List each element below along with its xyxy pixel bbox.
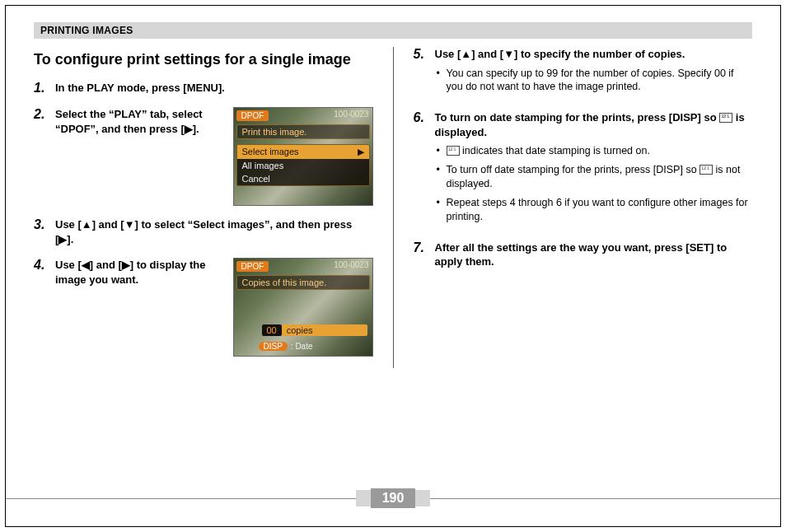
footer-spacer	[356, 490, 371, 506]
left-column: To configure print settings for a single…	[34, 47, 373, 368]
lcd-title: Copies of this image.	[236, 275, 370, 290]
datestamp-icon	[699, 165, 713, 175]
page-footer: 190	[6, 488, 780, 508]
bullet: You can specify up to 99 for the number …	[435, 67, 753, 95]
step-text: Use [▲] and [▼] to specify the number of…	[435, 47, 753, 62]
column-divider	[393, 47, 394, 368]
lcd-menu: Select images ▶ All images Cancel	[236, 144, 370, 186]
right-column: 5. Use [▲] and [▼] to specify the number…	[414, 47, 753, 368]
lcd-image-counter: 100-0023	[334, 110, 368, 119]
disp-label: : Date	[291, 342, 313, 351]
lcd-copies-bar: 00 copies	[262, 324, 367, 336]
menu-label: All images	[242, 161, 284, 170]
section-header: PRINTING IMAGES	[34, 22, 752, 39]
step-text: In the PLAY mode, press [MENU].	[55, 81, 373, 96]
step-number: 5.	[414, 47, 428, 99]
step-bullets: You can specify up to 99 for the number …	[435, 67, 753, 95]
step-text: After all the settings are the way you w…	[435, 240, 753, 269]
datestamp-icon	[447, 146, 460, 156]
step-4: 4. Use [◀] and [▶] to display the image …	[34, 258, 373, 357]
step-text: Select the “PLAY” tab, select “DPOF”, an…	[55, 107, 223, 136]
step-1: 1. In the PLAY mode, press [MENU].	[34, 81, 373, 96]
lcd-image-counter: 100-0023	[334, 260, 368, 269]
lcd-menu-item-select-images: Select images ▶	[237, 145, 369, 159]
menu-label: Cancel	[242, 174, 270, 184]
step-3: 3. Use [▲] and [▼] to select “Select ima…	[34, 217, 373, 246]
step-text: Use [▲] and [▼] to select “Select images…	[55, 217, 373, 246]
camera-lcd-copies: DPOF 100-0023 Copies of this image. 00 c…	[233, 258, 373, 357]
page-frame: PRINTING IMAGES To configure print setti…	[5, 5, 781, 527]
lcd-menu-item-all-images: All images	[237, 159, 369, 172]
camera-lcd-dpof-menu: DPOF 100-0023 Print this image. Select i…	[233, 107, 373, 206]
page-number: 190	[371, 488, 416, 508]
step-7: 7. After all the settings are the way yo…	[414, 240, 753, 269]
footer-rule	[430, 498, 780, 499]
lcd-disp-bar: DISP : Date	[259, 342, 313, 351]
bullet: Repeat steps 4 through 6 if you want to …	[435, 196, 753, 224]
step-2: 2. Select the “PLAY” tab, select “DPOF”,…	[34, 107, 373, 206]
two-column-layout: To configure print settings for a single…	[34, 47, 752, 368]
footer-rule	[6, 498, 356, 499]
chevron-right-icon: ▶	[358, 147, 364, 157]
lcd-tab: DPOF	[236, 261, 269, 272]
bullet: To turn off date stamping for the prints…	[435, 163, 753, 191]
menu-label: Select images	[242, 147, 299, 157]
step-6: 6. To turn on date stamping for the prin…	[414, 110, 753, 228]
step-number: 7.	[414, 240, 428, 269]
copies-value: 00	[262, 324, 282, 336]
lcd-menu-item-cancel: Cancel	[237, 172, 369, 185]
section-title: To configure print settings for a single…	[34, 50, 373, 69]
bullet: indicates that date stamping is turned o…	[435, 144, 753, 158]
step-number: 6.	[414, 110, 428, 228]
lcd-title: Print this image.	[236, 124, 370, 139]
step-text: To turn on date stamping for the prints,…	[435, 110, 753, 139]
disp-chip: DISP	[259, 342, 288, 351]
step-text: Use [◀] and [▶] to display the image you…	[55, 258, 223, 287]
copies-label: copies	[287, 325, 313, 335]
step-number: 2.	[34, 107, 49, 206]
lcd-tab: DPOF	[236, 110, 269, 121]
footer-spacer	[415, 490, 430, 506]
step-number: 3.	[34, 217, 49, 246]
step-number: 1.	[34, 81, 49, 96]
step-number: 4.	[34, 258, 49, 357]
step-bullets: indicates that date stamping is turned o…	[435, 144, 753, 223]
step-5: 5. Use [▲] and [▼] to specify the number…	[414, 47, 753, 99]
datestamp-icon	[719, 113, 732, 123]
